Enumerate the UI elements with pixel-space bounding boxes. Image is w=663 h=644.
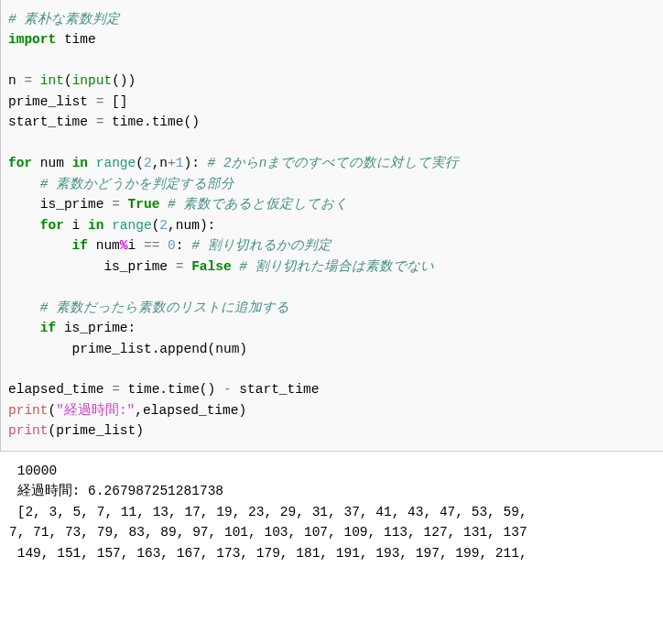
keyword-if: if: [8, 321, 56, 335]
op-assign: =: [112, 382, 120, 397]
time-call: time.time(): [103, 115, 199, 129]
var-n: n: [159, 156, 168, 170]
paren: (: [64, 73, 72, 88]
keyword-in: in: [72, 156, 88, 170]
comment: # 2からnまでのすべての数に対して実行: [200, 156, 460, 170]
op-minus: -: [223, 382, 232, 397]
output-line: [2, 3, 5, 7, 11, 13, 17, 19, 23, 29, 31,…: [9, 505, 527, 519]
string: "経過時間:": [56, 403, 135, 418]
comment: # 素数であると仮定しておく: [159, 197, 348, 212]
keyword-for: for: [8, 156, 32, 170]
var-num: num: [88, 238, 120, 253]
bool-true: True: [120, 197, 160, 212]
op-assign: =: [24, 73, 32, 88]
paren: (: [136, 156, 144, 170]
builtin-print: print: [8, 423, 49, 438]
op-mod: %: [120, 238, 128, 253]
space: [32, 73, 40, 88]
var-num: num: [32, 156, 72, 170]
comment: # 割り切れた場合は素数でない: [232, 259, 434, 274]
builtin-range: range: [103, 218, 151, 233]
comment: # 素数だったら素数のリストに追加する: [8, 300, 289, 315]
op-eq: ==: [144, 238, 159, 253]
var-prime-list: prime_list: [8, 94, 96, 109]
number: 0: [159, 238, 175, 253]
var-is-prime: is_prime:: [56, 321, 136, 335]
builtin-range: range: [88, 156, 136, 170]
var-i: i: [128, 238, 144, 253]
op-plus: +: [168, 156, 176, 170]
paren-close: ()): [112, 73, 136, 88]
var-start-time: start_time: [8, 115, 96, 129]
paren-colon: ):: [200, 218, 215, 233]
bool-false: False: [183, 259, 231, 274]
var-elapsed: elapsed_time: [8, 382, 112, 397]
code-cell: # 素朴な素数判定 import time n = int(input()) p…: [0, 0, 663, 452]
output-line: 149, 151, 157, 163, 167, 173, 179, 181, …: [9, 546, 535, 561]
output-line: 10000: [9, 464, 57, 478]
var-is-prime: is_prime: [8, 259, 176, 274]
builtin-int: int: [40, 73, 64, 88]
keyword-in: in: [88, 218, 103, 233]
paren: (: [49, 403, 57, 418]
comment: # 割り切れるかの判定: [183, 238, 331, 253]
time-call: time.time(): [120, 382, 223, 397]
comma: ,: [168, 218, 176, 233]
var-num: num: [176, 218, 200, 233]
number: 2: [159, 218, 168, 233]
keyword-if: if: [8, 238, 88, 253]
builtin-print: print: [8, 403, 49, 418]
output-cell: 10000 経過時間: 6.267987251281738 [2, 3, 5, …: [0, 453, 663, 571]
module-name: time: [56, 32, 96, 47]
number: 2: [144, 156, 152, 170]
var-start-time: start_time: [232, 382, 320, 397]
var-n: n: [8, 73, 24, 88]
keyword-import: import: [8, 32, 56, 47]
comment: # 素朴な素数判定: [8, 12, 120, 27]
keyword-for: for: [8, 218, 64, 233]
paren-colon: ):: [183, 156, 199, 170]
builtin-input: input: [72, 73, 113, 88]
output-line: 経過時間: 6.267987251281738: [9, 484, 223, 498]
output-line: 7, 71, 73, 79, 83, 89, 97, 101, 103, 107…: [9, 525, 527, 540]
args: (prime_list): [49, 423, 144, 438]
append-call: prime_list.append(num): [8, 342, 247, 356]
args: ,elapsed_time): [135, 403, 246, 418]
comment: # 素数かどうかを判定する部分: [8, 177, 234, 191]
empty-list: []: [103, 94, 127, 109]
var-i: i: [64, 218, 88, 233]
op-assign: =: [112, 197, 120, 212]
var-is-prime: is_prime: [8, 197, 112, 212]
